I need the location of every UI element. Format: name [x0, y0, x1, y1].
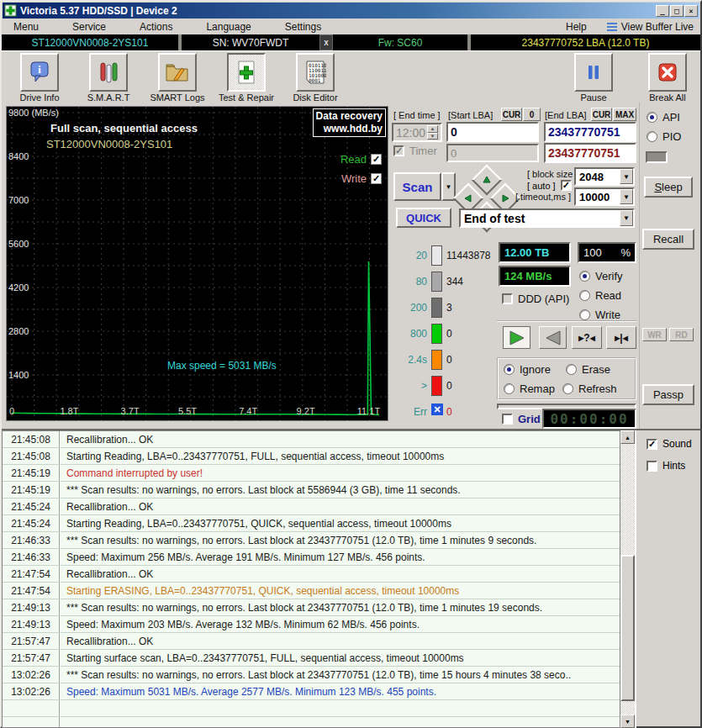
menu-item-service[interactable]: Service: [67, 20, 111, 34]
recall-button[interactable]: Recall: [642, 229, 694, 250]
log-row[interactable]: 21:47:54Starting ERASING, LBA=0..2343777…: [3, 583, 620, 599]
start-lba-cur-button[interactable]: CUR: [501, 108, 522, 121]
menu-bar: MenuServiceActionsLanguageSettings Help …: [2, 19, 700, 34]
counter-label: 80: [393, 276, 427, 288]
write-radio[interactable]: [579, 309, 590, 320]
write-radio-row: Write: [579, 309, 620, 321]
log-message: *** Scan results: no warnings, no errors…: [60, 602, 542, 614]
end-time-field[interactable]: 12:00 ▲▼: [392, 123, 442, 142]
scan-button[interactable]: Scan: [393, 172, 441, 201]
log-scrollbar[interactable]: ▲ ▼: [620, 430, 635, 728]
log-row[interactable]: 21:45:19*** Scan results: no warnings, n…: [3, 482, 620, 499]
log-row[interactable]: 21:57:47Starting surface scan, LBA=0..23…: [3, 650, 620, 667]
view-buffer-live[interactable]: View Buffer Live: [607, 21, 694, 33]
start-lba-label: [Start LBA]: [448, 110, 493, 120]
log-row[interactable]: [3, 717, 620, 728]
log-row[interactable]: 21:45:08Starting Reading, LBA=0..2343777…: [3, 448, 620, 465]
rd-button[interactable]: RD: [669, 328, 694, 341]
smart-icon: [89, 53, 128, 92]
quick-button[interactable]: QUICK: [396, 208, 451, 228]
break-all-button[interactable]: Break All: [638, 53, 697, 103]
maximize-button[interactable]: □: [670, 5, 684, 17]
disk-editor-icon: 0101101100111010000001: [296, 53, 335, 92]
grid-checkbox[interactable]: [502, 414, 513, 425]
wr-button[interactable]: WR: [642, 328, 667, 341]
y-tick-label: 8400: [8, 151, 29, 161]
speed-display: 124 MB/s: [499, 266, 571, 287]
log-row[interactable]: 21:45:24Recallibration... OK: [3, 499, 620, 515]
refresh-radio[interactable]: [562, 383, 573, 394]
timer-checkbox[interactable]: ✓: [393, 145, 404, 156]
smart-logs-button[interactable]: SMART Logs: [143, 53, 212, 103]
menu-item-menu[interactable]: Menu: [8, 20, 44, 34]
jump-end-button[interactable]: ▸|◂: [606, 326, 636, 349]
max-speed-annotation: Max speed = 5031 MB/s: [167, 360, 277, 372]
log-row[interactable]: 21:57:47Recallibration... OK: [3, 633, 620, 650]
infobar-close-button[interactable]: x: [319, 34, 333, 50]
menu-item-settings[interactable]: Settings: [280, 20, 326, 34]
log-row[interactable]: 21:49:13*** Scan results: no warnings, n…: [3, 599, 620, 616]
counter-label: 20: [393, 250, 427, 261]
end-lba-cur-button[interactable]: CUR: [591, 108, 612, 121]
log-time: 13:02:26: [3, 667, 60, 683]
pause-button[interactable]: Pause: [564, 53, 623, 103]
verify-radio[interactable]: [579, 271, 590, 282]
graph-gridlines: [7, 107, 388, 420]
scroll-up-button[interactable]: ▲: [620, 430, 635, 444]
read-radio[interactable]: [579, 290, 590, 301]
test-repair-button[interactable]: Test & Repair: [212, 53, 281, 103]
remap-radio[interactable]: [504, 383, 515, 394]
start-lba-input[interactable]: 0: [446, 122, 539, 142]
device-capacity: 23437770752 LBA (12.0 TB): [471, 34, 700, 50]
read-checkbox[interactable]: ✓: [371, 154, 382, 165]
menu-item-help[interactable]: Help: [561, 20, 592, 34]
log-row[interactable]: 21:45:19Command interrupted by user!: [3, 465, 620, 482]
log-table[interactable]: 21:45:08Recallibration... OK21:45:08Star…: [2, 430, 620, 728]
end-lba-input[interactable]: 23437770751: [544, 122, 636, 142]
log-row[interactable]: 21:46:33*** Scan results: no warnings, n…: [3, 532, 620, 549]
log-row[interactable]: 21:45:08Recallibration... OK: [3, 431, 620, 448]
capacity-display: 12.00 TB: [499, 242, 571, 263]
log-row[interactable]: 13:02:26Speed: Maximum 5031 MB/s. Averag…: [3, 683, 620, 700]
menu-item-actions[interactable]: Actions: [135, 20, 177, 34]
start-lba-zero-button[interactable]: 0: [523, 108, 541, 121]
write-checkbox[interactable]: ✓: [371, 173, 382, 184]
minimize-button[interactable]: _: [656, 5, 669, 17]
drive-info-button[interactable]: iDrive Info: [5, 53, 74, 103]
legend-write: Write ✓: [341, 172, 382, 185]
step-back-button[interactable]: [539, 326, 567, 349]
auto-checkbox[interactable]: ✓: [561, 180, 572, 191]
close-button[interactable]: ✕: [684, 5, 698, 17]
disk-editor-button[interactable]: 0101101100111010000001Disk Editor: [281, 53, 350, 103]
play-button[interactable]: [503, 326, 530, 349]
pio-radio[interactable]: [647, 131, 657, 142]
scroll-thumb[interactable]: [620, 555, 635, 701]
passp-button[interactable]: Passp: [642, 384, 694, 405]
ignore-radio[interactable]: [504, 364, 515, 375]
erase-radio[interactable]: [566, 364, 577, 375]
smart-button[interactable]: S.M.A.R.T: [74, 53, 143, 103]
scroll-down-button[interactable]: ▼: [620, 715, 635, 728]
log-row[interactable]: 21:49:13Speed: Maximum 203 MB/s. Average…: [3, 616, 620, 633]
menu-item-language[interactable]: Language: [201, 20, 256, 34]
log-row[interactable]: 21:47:54Recallibration... OK: [3, 566, 620, 583]
sound-checkbox[interactable]: ✓: [647, 439, 657, 450]
log-time: 21:45:08: [3, 431, 60, 447]
api-radio[interactable]: [647, 112, 657, 123]
log-row[interactable]: 13:02:26*** Scan results: no warnings, n…: [3, 667, 620, 683]
end-lba-max-button[interactable]: MAX: [613, 108, 636, 121]
log-row[interactable]: [3, 700, 620, 717]
end-of-test-dropdown[interactable]: End of test ▼: [459, 208, 635, 228]
hints-checkbox[interactable]: [647, 461, 657, 472]
y-tick-label: 5600: [8, 239, 29, 249]
log-row[interactable]: 21:45:24Starting Reading, LBA=0..2343777…: [3, 515, 620, 532]
log-row[interactable]: 21:46:33Speed: Maximum 256 MB/s. Average…: [3, 549, 620, 566]
log-time: 21:45:08: [3, 448, 60, 464]
timeout-dropdown[interactable]: 10000 ▼: [574, 187, 635, 206]
end-time-spinner[interactable]: ▲▼: [427, 125, 438, 140]
sleep-button[interactable]: Sleep: [644, 177, 693, 198]
legend-read-label: Read: [340, 153, 367, 166]
ddd-checkbox[interactable]: [502, 293, 513, 304]
seek-test-button[interactable]: ▸?◂: [572, 326, 602, 349]
block-size-dropdown[interactable]: 2048 ▼: [574, 167, 635, 186]
